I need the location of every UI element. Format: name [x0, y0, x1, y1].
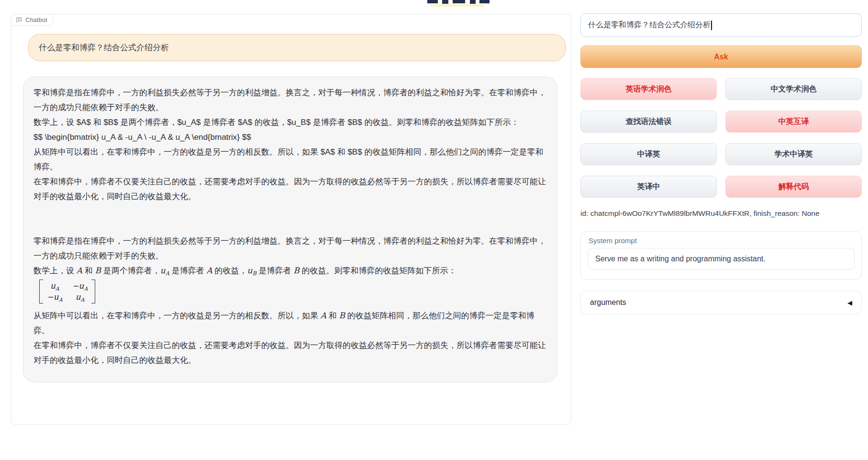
collapse-arrow-icon: ◀ [847, 299, 852, 306]
math-variable: uA [76, 292, 85, 302]
bot-paragraph: 数学上，设 $A$ 和 $B$ 是两个博弈者，$u_A$ 是博弈者 $A$ 的收… [33, 115, 547, 130]
matrix-cell: −uA [47, 292, 63, 303]
chatbot-label-text: Chatbot [25, 17, 47, 23]
bot-paragraph: 在零和博弈中，博弈者不仅要关注自己的收益，还需要考虑对手的收益。因为一方取得的收… [33, 174, 547, 204]
system-prompt-card: System prompt Serve me as a writing and … [580, 231, 862, 280]
chatbot-label: Chatbot [11, 14, 53, 26]
bot-paragraph: 从矩阵中可以看出，在零和博弈中，一方的收益是另一方的相反数。所以，如果 $A$ … [33, 145, 547, 174]
question-input[interactable]: 什么是零和博弈？结合公式介绍分析 [580, 13, 862, 37]
bot-paragraph: 在零和博弈中，博弈者不仅要关注自己的收益，还需要考虑对手的收益。因为一方取得的收… [33, 338, 547, 368]
clipped-page-title [427, 0, 494, 8]
user-message-text: 什么是零和博弈？结合公式介绍分析 [39, 42, 169, 53]
question-input-value: 什么是零和博弈？结合公式介绍分析 [588, 20, 711, 30]
math-variable: uA [79, 281, 88, 291]
latex-matrix-line: uA−uA−uAuA [33, 278, 547, 308]
matrix-cell: uA [47, 280, 63, 292]
chat-bubble-icon [16, 16, 22, 23]
left-bracket [39, 280, 43, 303]
chinese-academic-polish-button[interactable]: 中文学术润色 [725, 78, 862, 100]
math-variable: A [321, 311, 326, 320]
math-variable: B [339, 311, 345, 320]
math-variable: B [293, 266, 300, 275]
academic-zh-to-en-button[interactable]: 学术中译英 [725, 143, 862, 165]
math-variable: A [77, 266, 82, 275]
bot-paragraph: 零和博弈是指在博弈中，一方的利益损失必然等于另一方的利益增益。换言之，对于每一种… [33, 85, 547, 115]
function-button-grid: 英语学术润色中文学术润色查找语法错误中英互译中译英学术中译英英译中解释代码 [580, 78, 862, 198]
bot-paragraph: 零和博弈是指在博弈中，一方的利益损失必然等于另一方的利益增益。换言之，对于每一种… [33, 234, 547, 263]
bot-paragraph: 从矩阵中可以看出，在零和博弈中，一方的收益是另一方的相反数。所以，如果 A 和 … [33, 308, 547, 338]
math-variable: B [95, 266, 101, 275]
user-message-bubble: 什么是零和博弈？结合公式介绍分析 [28, 34, 566, 61]
response-status-line: id: chatcmpl-6wOo7KrYTwMl89lbrMWRu4UkFFX… [580, 209, 862, 218]
math-variable: A [206, 266, 212, 275]
bot-message-bubble: 零和博弈是指在博弈中，一方的利益损失必然等于另一方的利益增益。换言之，对于每一种… [23, 77, 557, 382]
en-to-zh-button[interactable]: 英译中 [580, 176, 717, 198]
bot-paragraph: 数学上，设 A 和 B 是两个博弈者，uA 是博弈者 A 的收益，uB 是博弈者… [33, 263, 547, 278]
matrix-cell: uA [72, 292, 88, 303]
system-prompt-value: Serve me as a writing and programming as… [595, 255, 766, 263]
system-prompt-label: System prompt [589, 236, 861, 245]
math-variable: uB [247, 266, 256, 275]
math-variable: uA [50, 281, 59, 291]
explain-code-button[interactable]: 解释代码 [725, 176, 862, 198]
arguments-accordion-label: arguments [590, 298, 626, 307]
payoff-matrix: uA−uA−uAuA [39, 280, 95, 303]
paragraph-gap [33, 204, 547, 234]
bot-paragraph: $$ \begin{bmatrix} u_A & -u_A \ -u_A & u… [33, 130, 547, 145]
matrix-cell: −uA [72, 280, 88, 292]
math-variable: uA [160, 266, 169, 275]
zh-to-en-button[interactable]: 中译英 [580, 143, 717, 165]
math-variable: uA [54, 292, 63, 302]
ask-button[interactable]: Ask [580, 45, 862, 68]
english-academic-polish-button[interactable]: 英语学术润色 [580, 78, 717, 100]
find-grammar-errors-button[interactable]: 查找语法错误 [580, 111, 717, 133]
chatbot-panel: Chatbot 什么是零和博弈？结合公式介绍分析 零和博弈是指在博弈中，一方的利… [11, 14, 571, 425]
system-prompt-input[interactable]: Serve me as a writing and programming as… [588, 248, 855, 269]
text-cursor [711, 21, 712, 30]
matrix-cells: uA−uA−uAuA [43, 280, 91, 303]
right-bracket [91, 280, 95, 303]
zh-en-mutual-translation-button[interactable]: 中英互译 [725, 111, 862, 133]
arguments-accordion[interactable]: arguments ◀ [580, 291, 862, 314]
